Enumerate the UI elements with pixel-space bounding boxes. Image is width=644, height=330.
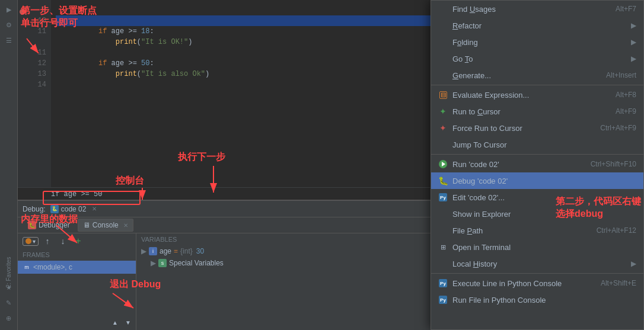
- var-expand-arrow[interactable]: ▶: [141, 247, 146, 255]
- orange-dropdown-arrow: ▾: [33, 238, 36, 245]
- menu-item-execute-line[interactable]: Py Execute Line in Python Console Alt+Sh…: [431, 275, 643, 291]
- menu-item-folding[interactable]: Folding ▶: [431, 34, 643, 50]
- separator-3: [431, 273, 643, 274]
- left-sidebar: ▶ ⚙ ☰ 2: Favorites ★ ✎ ⊕: [0, 0, 18, 330]
- annotation-next-step: 执行下一步: [178, 151, 225, 164]
- separator-1: [431, 85, 643, 85]
- separator-2: [431, 154, 643, 155]
- local-history-label: Local History: [452, 259, 626, 268]
- generate-shortcut: Alt+Insert: [606, 71, 636, 79]
- frames-toolbar: ▾ ↑ ↓ +: [18, 233, 136, 249]
- run-code02-label: Run 'code 02': [452, 160, 586, 169]
- frames-down-btn[interactable]: ↓: [56, 235, 69, 248]
- special-vars-icon: s: [158, 259, 167, 267]
- menu-item-debug-code02[interactable]: 🐛 Debug 'code 02': [431, 172, 643, 189]
- frames-scroll-down[interactable]: ▼: [122, 316, 135, 329]
- menu-item-refactor[interactable]: Refactor ▶: [431, 17, 643, 34]
- force-run-cursor-label: Force Run to Cursor: [452, 124, 595, 133]
- sidebar-icon-2[interactable]: ⚙: [2, 18, 16, 32]
- open-terminal-icon: ⊞: [438, 242, 448, 252]
- refactor-label: Refactor: [452, 21, 626, 30]
- evaluate-icon: ⊟: [438, 90, 448, 100]
- run-cursor-label: Run to Cursor: [452, 107, 611, 116]
- refactor-icon: [438, 21, 448, 30]
- goto-arrow: ▶: [631, 55, 636, 63]
- evaluate-label: Evaluate Expression...: [452, 91, 611, 100]
- frames-scroll-up[interactable]: ▲: [109, 316, 122, 329]
- menu-item-force-run-cursor[interactable]: ✦ Force Run to Cursor Ctrl+Alt+F9: [431, 120, 643, 136]
- app-container: ▶ ⚙ ☰ 2: Favorites ★ ✎ ⊕ 9 10 11 11 1: [0, 0, 644, 330]
- frame-item-icon: m: [23, 263, 31, 271]
- find-usages-label: Find Usages: [452, 5, 611, 14]
- run-cursor-shortcut: Alt+F9: [616, 107, 636, 116]
- frames-up-btn[interactable]: ↑: [41, 235, 54, 248]
- sidebar-icon-1[interactable]: ▶: [2, 2, 16, 17]
- local-history-arrow: ▶: [631, 259, 636, 268]
- frame-item-module[interactable]: m <module>, c: [18, 261, 136, 274]
- menu-item-evaluate[interactable]: ⊟ Evaluate Expression... Alt+F8: [431, 86, 643, 103]
- debug-code02-label: Debug 'code 02': [452, 177, 636, 185]
- frames-header: Frames: [18, 249, 136, 261]
- execute-line-shortcut: Alt+Shift+E: [601, 279, 636, 287]
- execute-line-icon: Py: [438, 278, 448, 288]
- menu-item-jump-cursor[interactable]: Jump To Cursor: [431, 136, 643, 153]
- find-usages-shortcut: Alt+F7: [616, 5, 636, 13]
- var-type-icon: i: [149, 247, 157, 255]
- debug-code02-icon: 🐛: [438, 176, 448, 185]
- menu-item-open-terminal[interactable]: ⊞ Open in Terminal: [431, 239, 643, 255]
- refactor-arrow: ▶: [631, 21, 636, 30]
- menu-item-generate[interactable]: Generate... Alt+Insert: [431, 67, 643, 84]
- annotation-step2: 第二步，代码区右键 选择debug: [556, 196, 641, 220]
- orange-dot-button[interactable]: ▾: [23, 237, 39, 246]
- console-tab-icon: 🖥: [83, 221, 90, 229]
- console-tab-close[interactable]: ✕: [123, 222, 128, 229]
- frames-scroll: ▲ ▼: [18, 315, 136, 330]
- run-cursor-icon: ✦: [438, 107, 448, 116]
- generate-label: Generate...: [452, 71, 601, 80]
- menu-item-local-history[interactable]: Local History ▶: [431, 255, 643, 272]
- folding-label: Folding: [452, 38, 626, 47]
- context-menu: Find Usages Alt+F7 Refactor ▶ Folding ▶ …: [431, 0, 644, 330]
- frames-add-btn[interactable]: +: [72, 235, 85, 248]
- run-code02-icon: [438, 159, 448, 169]
- show-explorer-icon: [438, 209, 448, 219]
- menu-item-run-cursor[interactable]: ✦ Run to Cursor Alt+F9: [431, 103, 643, 120]
- run-file-python-label: Run File in Python Console: [452, 296, 636, 305]
- open-terminal-label: Open in Terminal: [452, 243, 636, 252]
- edit-code02-icon: Py: [438, 193, 448, 202]
- run-code02-shortcut: Ctrl+Shift+F10: [591, 160, 636, 168]
- debug-session-icon: 🐍: [50, 205, 59, 213]
- sidebar-pencil-icon[interactable]: ✎: [2, 296, 16, 310]
- debug-session-close[interactable]: ✕: [92, 206, 97, 212]
- file-path-label: File Path: [452, 226, 592, 235]
- force-run-cursor-icon: ✦: [438, 123, 448, 133]
- generate-icon: [438, 71, 448, 80]
- force-run-cursor-shortcut: Ctrl+Alt+F9: [600, 124, 636, 132]
- annotation-console: 控制台: [116, 175, 144, 187]
- menu-item-goto[interactable]: Go To ▶: [431, 50, 643, 67]
- special-vars-arrow[interactable]: ▶: [151, 259, 156, 267]
- file-path-shortcut: Ctrl+Alt+F12: [597, 226, 636, 235]
- goto-label: Go To: [452, 55, 626, 63]
- run-file-python-icon: Py: [438, 295, 448, 305]
- menu-item-find-usages[interactable]: Find Usages Alt+F7: [431, 1, 643, 17]
- console-tab-label: Console: [93, 221, 119, 229]
- sidebar-icon-3[interactable]: ☰: [2, 33, 16, 47]
- file-path-icon: [438, 226, 448, 235]
- menu-item-run-file-python[interactable]: Py Run File in Python Console: [431, 291, 643, 308]
- goto-icon: [438, 54, 448, 63]
- menu-item-file-path[interactable]: File Path Ctrl+Alt+F12: [431, 222, 643, 239]
- evaluate-shortcut: Alt+F8: [616, 91, 636, 99]
- annotation-step1: 第一步、设置断点 单击行号即可: [21, 5, 97, 30]
- jump-cursor-icon: [438, 140, 448, 149]
- annotation-exit-debug: 退出 Debug: [110, 278, 161, 291]
- sidebar-icon-4[interactable]: ⊕: [2, 311, 16, 325]
- frame-item-label: <module>, c: [33, 263, 72, 271]
- favorites-label: 2: Favorites: [5, 257, 12, 287]
- menu-item-run-code02[interactable]: Run 'code 02' Ctrl+Shift+F10: [431, 156, 643, 172]
- console-tab[interactable]: 🖥 Console ✕: [78, 219, 133, 232]
- local-history-icon: [438, 259, 448, 268]
- jump-cursor-label: Jump To Cursor: [452, 140, 636, 149]
- find-usages-icon: [438, 4, 448, 14]
- debug-session-name: code 02: [61, 205, 87, 213]
